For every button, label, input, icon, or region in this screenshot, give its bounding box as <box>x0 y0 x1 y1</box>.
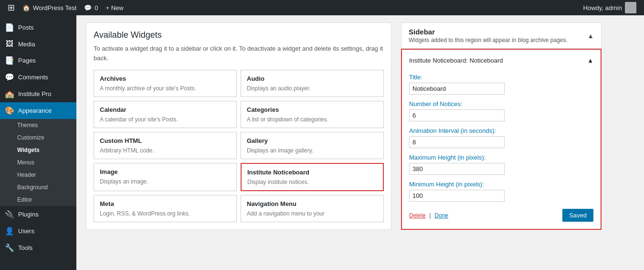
new-label: + New <box>106 4 124 11</box>
form-group-title: Title: <box>409 74 593 95</box>
widget-item-navigation-menu[interactable]: Navigation Menu Add a navigation menu to… <box>241 195 384 222</box>
widget-item-gallery[interactable]: Gallery Displays an image gallery. <box>241 132 384 159</box>
appearance-label: Appearance <box>18 107 52 114</box>
widget-config-title-suffix: : Noticeboard <box>466 57 503 64</box>
avatar <box>625 2 636 13</box>
widget-config-chevron[interactable]: ▲ <box>587 57 593 64</box>
widget-item-categories[interactable]: Categories A list or dropdown of categor… <box>241 101 384 128</box>
available-widgets-panel: Available Widgets To activate a widget d… <box>86 22 391 230</box>
posts-label: Posts <box>18 24 34 31</box>
widget-custom-html-desc: Arbitrary HTML code. <box>100 147 231 154</box>
new-content-button[interactable]: + New <box>102 0 127 15</box>
done-link[interactable]: Done <box>434 212 448 219</box>
site-icon: 🏠 <box>22 4 30 11</box>
sidebar-item-appearance[interactable]: 🎨 Appearance <box>0 102 76 119</box>
sidebar-item-pages[interactable]: 📑 Pages <box>0 52 76 69</box>
minimum-height-label: Minimum Height (in pixels): <box>409 181 593 188</box>
title-label: Title: <box>409 74 593 81</box>
submenu-item-background[interactable]: Background <box>0 181 76 194</box>
widget-meta-desc: Login, RSS, & WordPress.org links. <box>100 210 231 217</box>
widget-config-header: Institute Noticeboard: Noticeboard ▲ <box>409 57 593 68</box>
delete-link[interactable]: Delete <box>409 212 426 219</box>
media-label: Media <box>18 41 35 48</box>
sidebar-item-plugins[interactable]: 🔌 Plugins <box>0 206 76 223</box>
submenu-item-widgets[interactable]: Widgets <box>0 144 76 156</box>
widget-gallery-name: Gallery <box>247 137 378 144</box>
number-of-notices-label: Number of Notices: <box>409 100 593 108</box>
widget-item-audio[interactable]: Audio Displays an audio player. <box>241 70 384 97</box>
wp-icon: ⊞ <box>8 2 15 13</box>
site-name-label: WordPress Test <box>33 4 76 11</box>
sidebar-item-media[interactable]: 🖼 Media <box>0 36 76 52</box>
widget-item-custom-html[interactable]: Custom HTML Arbitrary HTML code. <box>94 132 237 159</box>
widget-navigation-menu-desc: Add a navigation menu to your <box>247 210 378 217</box>
widget-item-calendar[interactable]: Calendar A calendar of your site's Posts… <box>94 101 237 128</box>
comments-nav-label: Comments <box>18 74 48 81</box>
number-of-notices-input[interactable] <box>409 109 505 121</box>
widget-meta-name: Meta <box>100 200 231 207</box>
form-group-animation-interval: Animation Interval (in seconds): <box>409 127 593 148</box>
wp-logo[interactable]: ⊞ <box>4 0 19 15</box>
widget-grid: Archives A monthly archive of your site'… <box>94 70 384 222</box>
widget-item-image[interactable]: Image Displays an image. <box>94 163 237 191</box>
submenu-item-editor[interactable]: Editor <box>0 194 76 206</box>
widget-config-title-main: Institute Noticeboard <box>409 57 466 64</box>
widget-audio-desc: Displays an audio player. <box>247 85 378 92</box>
minimum-height-input[interactable] <box>409 190 505 202</box>
widget-institute-noticeboard-desc: Display institute notices. <box>247 179 377 185</box>
widget-image-name: Image <box>100 168 231 175</box>
widget-categories-desc: A list or dropdown of categories. <box>247 116 378 123</box>
submenu-item-menus[interactable]: Menus <box>0 156 76 169</box>
pages-label: Pages <box>18 57 36 64</box>
pages-icon: 📑 <box>5 56 14 65</box>
widget-item-archives[interactable]: Archives A monthly archive of your site'… <box>94 70 237 97</box>
admin-menu: 📄 Posts 🖼 Media 📑 Pages 💬 Comments 🏫 Ins… <box>0 15 76 270</box>
description-text: To activate a widget drag it to a sideba… <box>94 45 383 62</box>
sidebar-item-institute-pro[interactable]: 🏫 Institute Pro <box>0 86 76 102</box>
maximum-height-input[interactable] <box>409 163 505 175</box>
appearance-icon: 🎨 <box>5 106 14 115</box>
widget-audio-name: Audio <box>247 75 378 82</box>
widget-calendar-desc: A calendar of your site's Posts. <box>100 116 231 123</box>
widget-gallery-desc: Displays an image gallery. <box>247 147 378 154</box>
sidebar-item-posts[interactable]: 📄 Posts <box>0 19 76 36</box>
sidebar-panel-header: Sidebar Widgets added to this region wil… <box>401 22 602 49</box>
form-group-number-of-notices: Number of Notices: <box>409 100 593 121</box>
user-menu[interactable]: Howdy, admin <box>580 2 640 13</box>
comments-button[interactable]: 💬 0 <box>80 0 102 15</box>
sidebar-panel-title: Sidebar <box>409 28 568 36</box>
site-name-button[interactable]: 🏠 WordPress Test <box>19 0 80 15</box>
appearance-submenu: Themes Customize Widgets Menus Header Ba… <box>0 119 76 206</box>
available-widgets-title: Available Widgets <box>94 30 384 40</box>
sidebar-item-comments[interactable]: 💬 Comments <box>0 69 76 86</box>
widget-calendar-name: Calendar <box>100 106 231 113</box>
animation-interval-input[interactable] <box>409 136 505 148</box>
submenu-item-themes[interactable]: Themes <box>0 119 76 131</box>
sidebar-item-users[interactable]: 👤 Users <box>0 223 76 239</box>
tools-icon: 🔧 <box>5 243 14 252</box>
widget-categories-name: Categories <box>247 106 378 113</box>
main-content: Available Widgets To activate a widget d… <box>76 15 644 270</box>
submenu-item-header[interactable]: Header <box>0 169 76 181</box>
animation-interval-label: Animation Interval (in seconds): <box>409 127 593 134</box>
title-input[interactable] <box>409 83 505 95</box>
available-widgets-description: To activate a widget drag it to a sideba… <box>94 44 384 63</box>
sidebar-item-tools[interactable]: 🔧 Tools <box>0 239 76 256</box>
widget-image-desc: Displays an image. <box>100 178 231 185</box>
form-group-minimum-height: Minimum Height (in pixels): <box>409 181 593 202</box>
link-separator: | <box>429 212 433 219</box>
form-group-maximum-height: Maximum Height (in pixels): <box>409 154 593 175</box>
admin-bar: ⊞ 🏠 WordPress Test 💬 0 + New Howdy, admi… <box>0 0 644 15</box>
widget-navigation-menu-name: Navigation Menu <box>247 200 378 207</box>
media-icon: 🖼 <box>5 40 14 48</box>
widget-item-institute-noticeboard[interactable]: Institute Noticeboard Display institute … <box>241 163 384 191</box>
widget-archives-desc: A monthly archive of your site's Posts. <box>100 85 231 92</box>
sidebar-panel-description: Widgets added to this region will appear… <box>409 37 568 43</box>
save-button[interactable]: Saved <box>562 209 593 222</box>
sidebar-collapse-icon[interactable]: ▲ <box>587 32 594 40</box>
institute-pro-label: Institute Pro <box>18 90 51 97</box>
plugins-icon: 🔌 <box>5 210 14 219</box>
institute-pro-icon: 🏫 <box>5 89 14 98</box>
widget-item-meta[interactable]: Meta Login, RSS, & WordPress.org links. <box>94 195 237 222</box>
submenu-item-customize[interactable]: Customize <box>0 131 76 144</box>
